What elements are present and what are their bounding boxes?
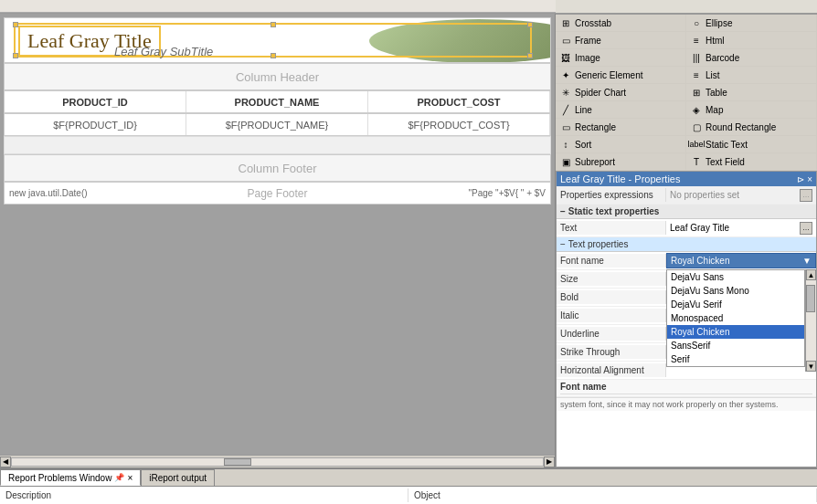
tool-rectangle[interactable]: ▭ Rectangle (556, 119, 686, 136)
tool-frame-label: Frame (575, 36, 601, 46)
tool-static-text-label: Static Text (706, 140, 748, 150)
table-detail-product-id: $F{PRODUCT_ID} (5, 114, 186, 135)
problems-tab[interactable]: Report Problems Window 📌 × (0, 469, 141, 486)
bottom-bar: Report Problems Window 📌 × iReport outpu… (0, 467, 817, 504)
font-option-sansserif[interactable]: SansSerif (667, 339, 804, 352)
dropdown-arrow-icon: ▼ (802, 256, 812, 266)
text-collapse-icon: − (560, 239, 566, 249)
font-name-label: Font name (557, 254, 666, 268)
text-prop-label: Text (557, 221, 666, 235)
static-text-props-header: − Static text properties (557, 205, 816, 219)
title-band: Leaf Gray Title Leaf Gray SubTitle (4, 17, 551, 63)
scroll-down-btn[interactable]: ▼ (806, 361, 816, 372)
image-icon: 🖼 (559, 51, 572, 64)
static-text-icon: label (690, 138, 703, 151)
ruler (0, 0, 817, 14)
tool-spider-chart[interactable]: ✳ Spider Chart (556, 84, 686, 101)
properties-header-icons: ⊳ × (797, 174, 812, 184)
table-detail-band: $F{PRODUCT_ID} $F{PRODUCT_NAME} $F{PRODU… (4, 113, 551, 136)
tool-generic-element-label: Generic Element (575, 70, 642, 80)
output-tab[interactable]: iReport output (141, 469, 215, 486)
font-name-row: Font name Royal Chicken ▼ DejaVu Sans De… (557, 252, 816, 270)
rectangle-icon: ▭ (559, 121, 572, 133)
tool-sort-label: Sort (575, 140, 591, 150)
tool-map[interactable]: ◈ Map (686, 101, 817, 119)
problems-tab-label: Report Problems Window (8, 473, 111, 483)
bottom-tabs: Report Problems Window 📌 × iReport outpu… (0, 469, 817, 487)
page-footer-center: Page Footer (188, 187, 367, 200)
tool-image[interactable]: 🖼 Image (556, 49, 686, 67)
font-option-dejavu-serif[interactable]: DejaVu Serif (667, 298, 804, 311)
line-icon: ╱ (559, 103, 572, 116)
empty-band (4, 136, 551, 154)
description-col: Description (0, 488, 408, 502)
table-header-product-id: PRODUCT_ID (5, 91, 186, 112)
props-expressions-row: Properties expressions No properties set… (557, 186, 816, 205)
table-header-product-name: PRODUCT_NAME (186, 91, 368, 112)
h-scrollbar[interactable]: ◀ ▶ (0, 455, 555, 467)
page-footer-band: new java.util.Date() Page Footer "Page "… (4, 182, 551, 205)
text-edit-btn[interactable]: … (800, 222, 812, 235)
properties-header: Leaf Gray Title - Properties ⊳ × (557, 172, 816, 186)
tool-frame[interactable]: ▭ Frame (556, 32, 686, 49)
leaf-background (313, 18, 550, 63)
tool-ellipse-label: Ellipse (706, 18, 732, 28)
scroll-thumb-v[interactable] (806, 285, 815, 312)
font-name-note: system font, since it may not work prope… (557, 397, 816, 411)
tool-round-rectangle[interactable]: ▢ Round Rectangle (686, 119, 817, 136)
frame-icon: ▭ (559, 34, 572, 47)
font-option-dejavu-sans[interactable]: DejaVu Sans (667, 270, 804, 284)
properties-panel: Leaf Gray Title - Properties ⊳ × Propert… (556, 171, 817, 467)
problems-close-icon[interactable]: × (127, 473, 133, 483)
properties-title: Leaf Gray Title - Properties (560, 173, 680, 184)
font-option-royal-chicken[interactable]: Royal Chicken (667, 325, 804, 339)
props-scroll[interactable]: Properties expressions No properties set… (557, 186, 816, 467)
tool-image-label: Image (575, 53, 600, 63)
tool-sort[interactable]: ↕ Sort (556, 136, 686, 153)
font-name-dropdown-list: DejaVu Sans DejaVu Sans Mono DejaVu Seri… (666, 269, 805, 367)
subreport-icon: ▣ (559, 155, 572, 168)
tool-generic-element[interactable]: ✦ Generic Element (556, 67, 686, 84)
tool-ellipse[interactable]: ○ Ellipse (686, 15, 817, 32)
scroll-thumb-h[interactable] (224, 458, 251, 466)
font-name-selected[interactable]: Royal Chicken ▼ (666, 253, 816, 268)
table-icon: ⊞ (690, 86, 703, 99)
strike-through-label: Strike Through (557, 345, 666, 359)
font-option-dejavu-sans-mono[interactable]: DejaVu Sans Mono (667, 284, 804, 298)
table-header-product-cost: PRODUCT_COST (368, 91, 550, 112)
tool-subreport[interactable]: ▣ Subreport (556, 153, 686, 171)
props-expressions-btn[interactable]: … (800, 189, 812, 202)
tool-text-field[interactable]: T Text Field (686, 153, 817, 171)
text-field-icon: T (690, 155, 703, 168)
font-name-note-label: Font name (560, 382, 812, 394)
toolbox-grid: ⊞ Crosstab ○ Ellipse ▭ Frame ≡ Html (556, 14, 817, 171)
dropdown-scrollbar[interactable]: ▲ ▼ (805, 269, 816, 372)
tool-line[interactable]: ╱ Line (556, 101, 686, 119)
font-name-selected-value: Royal Chicken (671, 256, 729, 266)
scroll-left-btn[interactable]: ◀ (0, 457, 11, 467)
scroll-track-h (11, 457, 544, 467)
right-panel: ⊞ Crosstab ○ Ellipse ▭ Frame ≡ Html (556, 14, 817, 467)
tool-table[interactable]: ⊞ Table (686, 84, 817, 101)
font-option-monospaced[interactable]: Monospaced (667, 311, 804, 325)
horizontal-alignment-value[interactable] (666, 369, 816, 373)
properties-pin-icon[interactable]: ⊳ (797, 174, 804, 184)
tool-static-text[interactable]: label Static Text (686, 136, 817, 153)
page-footer-left: new java.util.Date() (5, 188, 188, 198)
properties-close-icon[interactable]: × (807, 174, 812, 184)
content-area: Leaf Gray Title Leaf Gray SubTitle Colum… (0, 14, 817, 467)
scroll-right-btn[interactable]: ▶ (544, 457, 555, 467)
scroll-up-btn[interactable]: ▲ (806, 269, 816, 280)
font-option-serif[interactable]: Serif (667, 352, 804, 366)
tool-list[interactable]: ≡ List (686, 67, 817, 84)
scroll-track (806, 280, 816, 361)
tool-barcode[interactable]: ||| Barcode (686, 49, 817, 67)
column-footer-band: Column Footer (4, 154, 551, 182)
tool-html[interactable]: ≡ Html (686, 32, 817, 49)
horizontal-alignment-label: Horizontal Alignment (557, 363, 666, 377)
bold-label: Bold (557, 290, 666, 304)
generic-element-icon: ✦ (559, 68, 572, 81)
text-prop-row: Text Leaf Gray Title … (557, 219, 816, 237)
html-icon: ≡ (690, 34, 703, 47)
tool-crosstab[interactable]: ⊞ Crosstab (556, 15, 686, 32)
